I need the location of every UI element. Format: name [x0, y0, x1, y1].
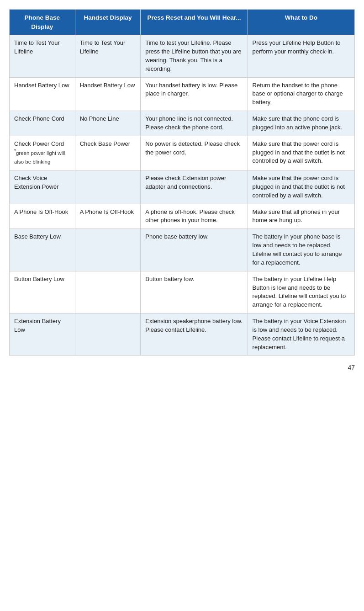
cell-press-reset: Time to test your Lifeline. Please press…	[141, 35, 248, 77]
table-row: Time to Test Your LifelineTime to Test Y…	[10, 35, 355, 77]
cell-press-reset: No power is detected. Please check the p…	[141, 136, 248, 170]
cell-handset	[75, 170, 141, 204]
cell-what-to-do: The battery in your Lifeline Help Button…	[248, 271, 354, 313]
table-row: A Phone Is Off-HookA Phone Is Off-HookA …	[10, 204, 355, 229]
reference-table: Phone Base Display Handset Display Press…	[9, 9, 355, 356]
table-row: Base Battery LowPhone base battery low.T…	[10, 229, 355, 271]
header-phone-base: Phone Base Display	[10, 10, 75, 35]
cell-phone-base: Check Phone Cord	[10, 111, 75, 136]
cell-phone-base: Button Battery Low	[10, 271, 75, 313]
header-what-to-do: What to Do	[248, 10, 354, 35]
cell-phone-base: Extension Battery Low	[10, 313, 75, 356]
header-handset: Handset Display	[75, 10, 141, 35]
cell-handset: Handset Battery Low	[75, 77, 141, 111]
cell-phone-base: Base Battery Low	[10, 229, 75, 271]
table-row: Check Voice Extension PowerPlease check …	[10, 170, 355, 204]
cell-press-reset: A phone is off-hook. Please check other …	[141, 204, 248, 229]
cell-phone-base: A Phone Is Off-Hook	[10, 204, 75, 229]
cell-handset: Check Base Power	[75, 136, 141, 170]
cell-phone-base: Check Voice Extension Power	[10, 170, 75, 204]
cell-handset: Time to Test Your Lifeline	[75, 35, 141, 77]
table-row: Handset Battery LowHandset Battery LowYo…	[10, 77, 355, 111]
cell-handset	[75, 271, 141, 313]
cell-press-reset: Please check Extension power adapter and…	[141, 170, 248, 204]
table-row: Extension Battery LowExtension speakerph…	[10, 313, 355, 356]
cell-phone-base: Time to Test Your Lifeline	[10, 35, 75, 77]
cell-phone-base: Handset Battery Low	[10, 77, 75, 111]
cell-what-to-do: Press your Lifeline Help Button to perfo…	[248, 35, 354, 77]
cell-handset: No Phone Line	[75, 111, 141, 136]
cell-press-reset: Phone base battery low.	[141, 229, 248, 271]
cell-handset	[75, 229, 141, 271]
cell-what-to-do: The battery in your phone base is low an…	[248, 229, 354, 271]
cell-what-to-do: Make sure that the power cord is plugged…	[248, 170, 354, 204]
cell-handset	[75, 313, 141, 356]
cell-what-to-do: Return the handset to the phone base or …	[248, 77, 354, 111]
cell-what-to-do: Make sure that the phone cord is plugged…	[248, 111, 354, 136]
page-number: 47	[9, 364, 355, 371]
cell-phone-base: Check Power Cord*green power light will …	[10, 136, 75, 170]
cell-press-reset: Button battery low.	[141, 271, 248, 313]
cell-what-to-do: The battery in your Voice Extension is l…	[248, 313, 354, 356]
cell-press-reset: Extension speakerphone battery low. Plea…	[141, 313, 248, 356]
cell-what-to-do: Make sure that the power cord is plugged…	[248, 136, 354, 170]
cell-press-reset: Your handset battery is low. Please plac…	[141, 77, 248, 111]
header-press-reset: Press Reset and You Will Hear...	[141, 10, 248, 35]
table-row: Check Phone CordNo Phone LineYour phone …	[10, 111, 355, 136]
table-row: Check Power Cord*green power light will …	[10, 136, 355, 170]
cell-press-reset: Your phone line is not connected. Please…	[141, 111, 248, 136]
cell-what-to-do: Make sure that all phones in your home a…	[248, 204, 354, 229]
cell-handset: A Phone Is Off-Hook	[75, 204, 141, 229]
table-row: Button Battery LowButton battery low.The…	[10, 271, 355, 313]
